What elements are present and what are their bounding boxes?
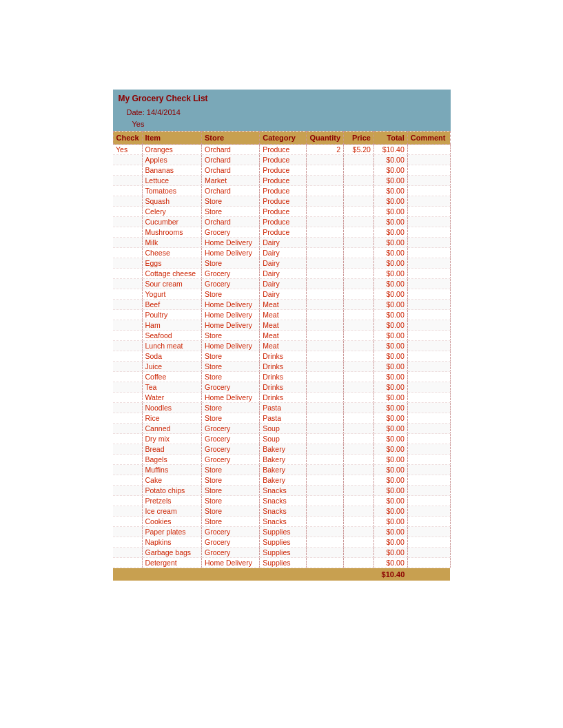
cell-store: Grocery [202, 227, 260, 238]
cell-quantity [307, 269, 344, 279]
cell-store: Store [202, 413, 260, 424]
cell-item: Water [142, 393, 202, 403]
cell-quantity [307, 331, 344, 341]
cell-quantity [307, 176, 344, 186]
cell-check [113, 279, 142, 289]
cell-category: Produce [260, 217, 307, 227]
cell-comment [407, 475, 450, 486]
cell-price [344, 341, 374, 351]
cell-check [113, 382, 142, 393]
cell-price [344, 155, 374, 165]
cell-price [344, 434, 374, 444]
cell-quantity [307, 165, 344, 176]
cell-quantity: 2 [307, 145, 344, 155]
cell-check [113, 186, 142, 196]
cell-comment [407, 413, 450, 424]
grocery-checklist: My Grocery Check List Date: 14/4/2014 Ye… [113, 90, 451, 581]
cell-price [344, 393, 374, 403]
date-label: Date: 14/4/2014 [127, 108, 181, 116]
cell-comment [407, 258, 450, 269]
cell-price [344, 320, 374, 331]
cell-item: Lunch meat [142, 341, 202, 351]
cell-category: Bakery [260, 455, 307, 465]
cell-price [344, 413, 374, 424]
table-row: MuffinsStoreBakery$0.00 [113, 465, 450, 475]
cell-store: Grocery [202, 455, 260, 465]
cell-store: Store [202, 465, 260, 475]
cell-store: Grocery [202, 548, 260, 558]
cell-category: Meat [260, 331, 307, 341]
cell-total: $0.00 [373, 455, 407, 465]
table-row: Dry mixGrocerySoup$0.00 [113, 434, 450, 444]
cell-store: Store [202, 506, 260, 517]
cell-comment [407, 527, 450, 537]
footer-total: $10.40 [373, 568, 407, 581]
cell-category: Soup [260, 424, 307, 434]
cell-comment [407, 217, 450, 227]
cell-item: Bananas [142, 165, 202, 176]
cell-category: Drinks [260, 393, 307, 403]
cell-check [113, 155, 142, 165]
table-row: ApplesOrchardProduce$0.00 [113, 155, 450, 165]
cell-check [113, 269, 142, 279]
cell-price [344, 351, 374, 362]
cell-total: $0.00 [373, 300, 407, 310]
cell-price [344, 517, 374, 527]
table-row: CannedGrocerySoup$0.00 [113, 424, 450, 434]
cell-store: Store [202, 196, 260, 207]
cell-price [344, 331, 374, 341]
cell-comment [407, 444, 450, 455]
cell-check [113, 455, 142, 465]
cell-check [113, 351, 142, 362]
cell-quantity [307, 227, 344, 238]
cell-store: Home Delivery [202, 300, 260, 310]
table-row: CucumberOrchardProduce$0.00 [113, 217, 450, 227]
cell-comment [407, 351, 450, 362]
cell-quantity [307, 186, 344, 196]
cell-comment [407, 506, 450, 517]
cell-quantity [307, 258, 344, 269]
cell-item: Dry mix [142, 434, 202, 444]
cell-comment [407, 382, 450, 393]
cell-category: Supplies [260, 558, 307, 568]
cell-price [344, 289, 374, 300]
cell-store: Store [202, 362, 260, 372]
cell-quantity [307, 506, 344, 517]
cell-store: Store [202, 207, 260, 217]
cell-price [344, 403, 374, 413]
table-row: EggsStoreDairy$0.00 [113, 258, 450, 269]
cell-item: Muffins [142, 465, 202, 475]
cell-store: Store [202, 351, 260, 362]
cell-check [113, 444, 142, 455]
cell-category: Bakery [260, 475, 307, 486]
cell-quantity [307, 455, 344, 465]
cell-check [113, 289, 142, 300]
cell-item: Squash [142, 196, 202, 207]
cell-store: Home Delivery [202, 320, 260, 331]
cell-price [344, 496, 374, 506]
cell-total: $0.00 [373, 331, 407, 341]
cell-check [113, 300, 142, 310]
cell-total: $0.00 [373, 393, 407, 403]
cell-item: Milk [142, 238, 202, 248]
cell-check [113, 424, 142, 434]
cell-check [113, 341, 142, 351]
cell-quantity [307, 434, 344, 444]
cell-price [344, 300, 374, 310]
cell-item: Canned [142, 424, 202, 434]
cell-store: Orchard [202, 165, 260, 176]
cell-price [344, 372, 374, 382]
cell-category: Produce [260, 155, 307, 165]
table-row: HamHome DeliveryMeat$0.00 [113, 320, 450, 331]
grocery-table: Check Item Store Category Quantity Price… [113, 131, 451, 581]
cell-check [113, 486, 142, 496]
cell-quantity [307, 238, 344, 248]
cell-total: $0.00 [373, 517, 407, 527]
cell-price [344, 269, 374, 279]
cell-comment [407, 372, 450, 382]
cell-price [344, 537, 374, 548]
cell-total: $0.00 [373, 372, 407, 382]
cell-comment [407, 145, 450, 155]
cell-item: Soda [142, 351, 202, 362]
cell-category: Drinks [260, 351, 307, 362]
